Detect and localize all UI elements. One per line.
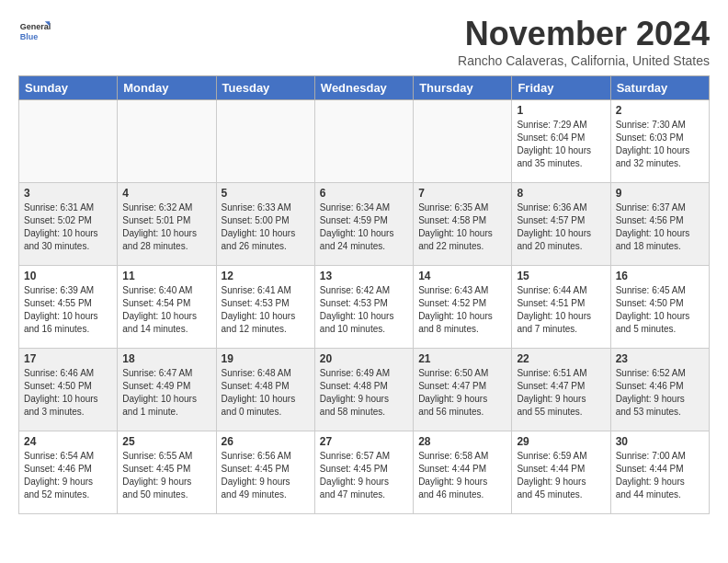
calendar-week-row: 10Sunrise: 6:39 AMSunset: 4:55 PMDayligh… (19, 266, 710, 349)
day-info-line: Sunset: 4:44 PM (616, 463, 704, 476)
day-info-line: and 14 minutes. (122, 323, 210, 336)
day-info-line: Sunrise: 6:47 AM (122, 367, 210, 380)
day-info-line: Daylight: 10 hours (517, 144, 605, 157)
day-info-line: Sunrise: 6:42 AM (320, 284, 408, 297)
calendar-day-cell: 22Sunrise: 6:51 AMSunset: 4:47 PMDayligh… (512, 349, 610, 431)
day-info-line: Daylight: 9 hours (122, 476, 210, 488)
day-info-line: Sunrise: 6:32 AM (122, 201, 210, 214)
day-info-line: and 49 minutes. (222, 488, 310, 501)
day-info-line: Daylight: 9 hours (517, 393, 605, 406)
day-info-line: and 50 minutes. (122, 488, 210, 501)
calendar-day-cell: 2Sunrise: 7:30 AMSunset: 6:03 PMDaylight… (610, 100, 709, 183)
day-info-line: Daylight: 10 hours (616, 144, 704, 157)
day-info-line: Sunrise: 6:50 AM (418, 367, 506, 380)
day-number: 9 (616, 187, 704, 200)
day-number: 14 (418, 270, 506, 282)
day-info-line: and 12 minutes. (222, 323, 310, 336)
day-info-line: and 24 minutes. (320, 240, 408, 253)
day-info-line: and 52 minutes. (24, 488, 112, 501)
day-info-line: Sunrise: 7:29 AM (517, 119, 605, 132)
day-number: 11 (122, 270, 210, 282)
weekday-header: Sunday (19, 76, 118, 100)
day-info-line: Sunset: 4:47 PM (517, 380, 605, 393)
day-number: 23 (616, 352, 704, 365)
calendar-day-cell (118, 100, 216, 183)
day-number: 20 (320, 352, 408, 365)
day-number: 7 (418, 187, 506, 200)
day-info-line: Daylight: 9 hours (418, 476, 506, 488)
day-info-line: and 30 minutes. (24, 240, 112, 253)
day-info-line: Daylight: 10 hours (616, 227, 704, 240)
day-info-line: Daylight: 10 hours (222, 393, 310, 406)
day-info-line: Sunset: 4:50 PM (616, 297, 704, 310)
calendar-week-row: 1Sunrise: 7:29 AMSunset: 6:04 PMDaylight… (19, 100, 710, 183)
day-info-line: and 44 minutes. (616, 488, 704, 501)
day-number: 19 (222, 352, 310, 365)
day-number: 21 (418, 352, 506, 365)
day-info-line: and 10 minutes. (320, 323, 408, 336)
calendar-week-row: 17Sunrise: 6:46 AMSunset: 4:50 PMDayligh… (19, 349, 710, 431)
day-info-line: Sunrise: 6:45 AM (616, 284, 704, 297)
calendar-day-cell: 8Sunrise: 6:36 AMSunset: 4:57 PMDaylight… (512, 183, 610, 266)
day-info-line: and 58 minutes. (320, 406, 408, 419)
day-info-line: Sunset: 6:04 PM (517, 132, 605, 144)
calendar-day-cell: 24Sunrise: 6:54 AMSunset: 4:46 PMDayligh… (19, 431, 118, 514)
day-info-line: and 16 minutes. (24, 323, 112, 336)
day-number: 1 (517, 104, 605, 117)
day-info-line: Sunrise: 6:31 AM (24, 201, 112, 214)
calendar-week-row: 24Sunrise: 6:54 AMSunset: 4:46 PMDayligh… (19, 431, 710, 514)
day-info-line: and 1 minute. (122, 406, 210, 419)
calendar-day-cell: 12Sunrise: 6:41 AMSunset: 4:53 PMDayligh… (216, 266, 314, 349)
day-info-line: Sunset: 4:54 PM (122, 297, 210, 310)
day-info-line: Sunset: 4:56 PM (616, 214, 704, 227)
day-info-line: Daylight: 10 hours (122, 393, 210, 406)
calendar-day-cell: 27Sunrise: 6:57 AMSunset: 4:45 PMDayligh… (314, 431, 413, 514)
weekday-header: Tuesday (216, 76, 314, 100)
day-number: 22 (517, 352, 605, 365)
day-info-line: Daylight: 9 hours (320, 476, 408, 488)
calendar-day-cell: 6Sunrise: 6:34 AMSunset: 4:59 PMDaylight… (314, 183, 413, 266)
calendar-day-cell: 29Sunrise: 6:59 AMSunset: 4:44 PMDayligh… (512, 431, 610, 514)
day-info-line: and 53 minutes. (616, 406, 704, 419)
location-title: Rancho Calaveras, California, United Sta… (458, 53, 710, 68)
day-info-line: Sunrise: 6:51 AM (517, 367, 605, 380)
day-info-line: Daylight: 9 hours (616, 476, 704, 488)
day-info-line: and 26 minutes. (222, 240, 310, 253)
day-number: 26 (222, 435, 310, 448)
weekday-header: Friday (512, 76, 610, 100)
day-info-line: and 22 minutes. (418, 240, 506, 253)
calendar-day-cell: 1Sunrise: 7:29 AMSunset: 6:04 PMDaylight… (512, 100, 610, 183)
calendar-day-cell: 7Sunrise: 6:35 AMSunset: 4:58 PMDaylight… (414, 183, 512, 266)
weekday-header: Wednesday (314, 76, 413, 100)
day-number: 27 (320, 435, 408, 448)
day-info-line: Daylight: 9 hours (616, 393, 704, 406)
day-info-line: Daylight: 10 hours (616, 310, 704, 323)
day-info-line: and 8 minutes. (418, 323, 506, 336)
day-info-line: Daylight: 9 hours (418, 393, 506, 406)
day-info-line: Sunrise: 6:52 AM (616, 367, 704, 380)
day-info-line: Sunrise: 6:44 AM (517, 284, 605, 297)
calendar-day-cell: 15Sunrise: 6:44 AMSunset: 4:51 PMDayligh… (512, 266, 610, 349)
day-info-line: Daylight: 10 hours (222, 227, 310, 240)
day-number: 29 (517, 435, 605, 448)
day-info-line: Sunrise: 6:39 AM (24, 284, 112, 297)
logo: General Blue (18, 15, 51, 48)
svg-text:Blue: Blue (20, 32, 39, 41)
day-info-line: Daylight: 9 hours (517, 476, 605, 488)
day-number: 13 (320, 270, 408, 282)
day-number: 24 (24, 435, 112, 448)
day-info-line: Sunset: 4:49 PM (122, 380, 210, 393)
calendar-day-cell (216, 100, 314, 183)
day-number: 28 (418, 435, 506, 448)
day-info-line: Sunset: 4:57 PM (517, 214, 605, 227)
day-number: 6 (320, 187, 408, 200)
day-info-line: Sunrise: 6:46 AM (24, 367, 112, 380)
day-info-line: and 20 minutes. (517, 240, 605, 253)
day-info-line: Sunset: 5:00 PM (222, 214, 310, 227)
calendar-day-cell: 3Sunrise: 6:31 AMSunset: 5:02 PMDaylight… (19, 183, 118, 266)
day-info-line: Sunrise: 6:48 AM (222, 367, 310, 380)
calendar-day-cell (314, 100, 413, 183)
day-info-line: and 47 minutes. (320, 488, 408, 501)
day-info-line: Sunrise: 6:35 AM (418, 201, 506, 214)
day-info-line: Sunrise: 6:33 AM (222, 201, 310, 214)
